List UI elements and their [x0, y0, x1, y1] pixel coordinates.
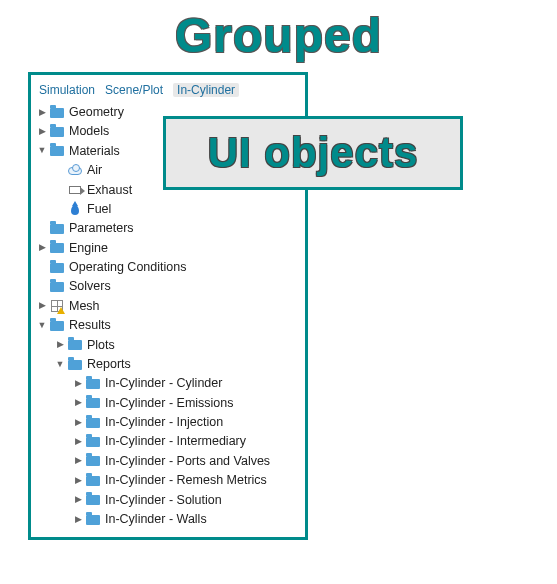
page-title: Grouped — [175, 8, 382, 63]
folder-icon — [85, 377, 101, 391]
folder-icon — [85, 435, 101, 449]
tree-item[interactable]: ▶In-Cylinder - Injection — [35, 413, 301, 432]
tree-item[interactable]: ▶In-Cylinder - Solution — [35, 491, 301, 510]
folder-icon — [85, 454, 101, 468]
tree-item-label: Parameters — [69, 219, 134, 238]
collapse-icon[interactable]: ▼ — [37, 319, 47, 333]
expand-icon[interactable]: ▶ — [37, 299, 47, 313]
tree-item[interactable]: ▶Plots — [35, 336, 301, 355]
folder-icon — [49, 125, 65, 139]
folder-icon — [85, 416, 101, 430]
folder-icon — [85, 513, 101, 527]
tree-item-label: In-Cylinder - Injection — [105, 413, 223, 432]
expand-icon[interactable]: ▶ — [73, 377, 83, 391]
folder-icon — [49, 241, 65, 255]
tree-item[interactable]: ▶Fuel — [35, 200, 301, 219]
expand-icon[interactable]: ▶ — [55, 338, 65, 352]
tree-item[interactable]: ▶In-Cylinder - Ports and Valves — [35, 452, 301, 471]
tree-item[interactable]: ▶In-Cylinder - Emissions — [35, 394, 301, 413]
callout-box: UI objects — [163, 116, 463, 190]
folder-icon — [85, 493, 101, 507]
tree-item[interactable]: ▶Mesh — [35, 297, 301, 316]
expand-icon[interactable]: ▶ — [73, 396, 83, 410]
tree-item-label: In-Cylinder - Walls — [105, 510, 207, 529]
tree-item-label: Solvers — [69, 277, 111, 296]
folder-icon — [49, 280, 65, 294]
tree-item-label: Air — [87, 161, 102, 180]
expand-icon[interactable]: ▶ — [73, 474, 83, 488]
tree-item-label: In-Cylinder - Remesh Metrics — [105, 471, 267, 490]
expand-icon[interactable]: ▶ — [73, 435, 83, 449]
folder-icon — [85, 474, 101, 488]
tab-scene-plot[interactable]: Scene/Plot — [105, 83, 163, 97]
tree-item-label: Fuel — [87, 200, 111, 219]
tree-item-label: Plots — [87, 336, 115, 355]
tree-item[interactable]: ▶In-Cylinder - Remesh Metrics — [35, 471, 301, 490]
tab-bar: SimulationScene/PlotIn-Cylinder — [35, 81, 301, 103]
tree-item[interactable]: ▶In-Cylinder - Intermediary — [35, 432, 301, 451]
tree-item-label: Exhaust — [87, 181, 132, 200]
mesh-icon — [49, 299, 65, 313]
tree-item-label: Mesh — [69, 297, 100, 316]
tab-simulation[interactable]: Simulation — [39, 83, 95, 97]
folder-icon — [49, 319, 65, 333]
cloud-icon — [67, 164, 83, 178]
expand-icon[interactable]: ▶ — [37, 241, 47, 255]
tree-item-label: In-Cylinder - Solution — [105, 491, 222, 510]
tree-item[interactable]: ▶Solvers — [35, 277, 301, 296]
tree-item[interactable]: ▼Results — [35, 316, 301, 335]
tree-item-label: Geometry — [69, 103, 124, 122]
expand-icon[interactable]: ▶ — [73, 513, 83, 527]
folder-icon — [49, 261, 65, 275]
exhaust-arrow-icon — [67, 183, 83, 197]
tree-item[interactable]: ▶In-Cylinder - Walls — [35, 510, 301, 529]
folder-icon — [49, 106, 65, 120]
tree-item-label: Results — [69, 316, 111, 335]
tree-item-label: Operating Conditions — [69, 258, 186, 277]
expand-icon[interactable]: ▶ — [37, 125, 47, 139]
tree-item-label: Reports — [87, 355, 131, 374]
tree-item[interactable]: ▶Operating Conditions — [35, 258, 301, 277]
folder-icon — [49, 222, 65, 236]
folder-icon — [49, 144, 65, 158]
tree-item[interactable]: ▶In-Cylinder - Cylinder — [35, 374, 301, 393]
folder-icon — [67, 338, 83, 352]
tree-item-label: In-Cylinder - Cylinder — [105, 374, 222, 393]
expand-icon[interactable]: ▶ — [37, 106, 47, 120]
tree-item-label: In-Cylinder - Emissions — [105, 394, 234, 413]
folder-icon — [67, 358, 83, 372]
tree-item[interactable]: ▼Reports — [35, 355, 301, 374]
collapse-icon[interactable]: ▼ — [55, 358, 65, 372]
tree-item-label: In-Cylinder - Intermediary — [105, 432, 246, 451]
tree-item[interactable]: ▶Engine — [35, 239, 301, 258]
fuel-drop-icon — [67, 203, 83, 217]
callout-label: UI objects — [208, 129, 419, 177]
folder-icon — [85, 396, 101, 410]
tree-item-label: Materials — [69, 142, 120, 161]
expand-icon[interactable]: ▶ — [73, 454, 83, 468]
tree-item-label: Models — [69, 122, 109, 141]
tree-item-label: In-Cylinder - Ports and Valves — [105, 452, 270, 471]
tab-in-cylinder[interactable]: In-Cylinder — [173, 83, 239, 97]
expand-icon[interactable]: ▶ — [73, 493, 83, 507]
expand-icon[interactable]: ▶ — [73, 416, 83, 430]
tree-item[interactable]: ▶Parameters — [35, 219, 301, 238]
collapse-icon[interactable]: ▼ — [37, 144, 47, 158]
tree-item-label: Engine — [69, 239, 108, 258]
